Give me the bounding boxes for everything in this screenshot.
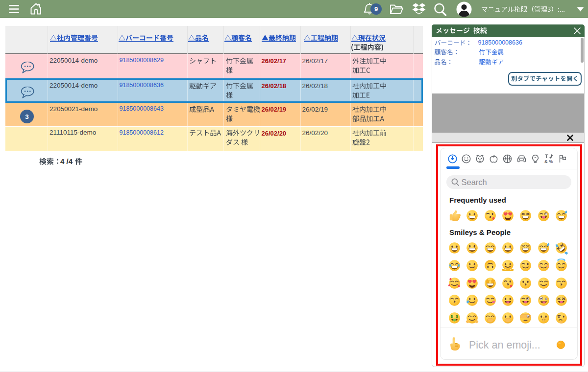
svg-text:%: % xyxy=(549,159,553,163)
svg-text:&: & xyxy=(544,159,548,163)
